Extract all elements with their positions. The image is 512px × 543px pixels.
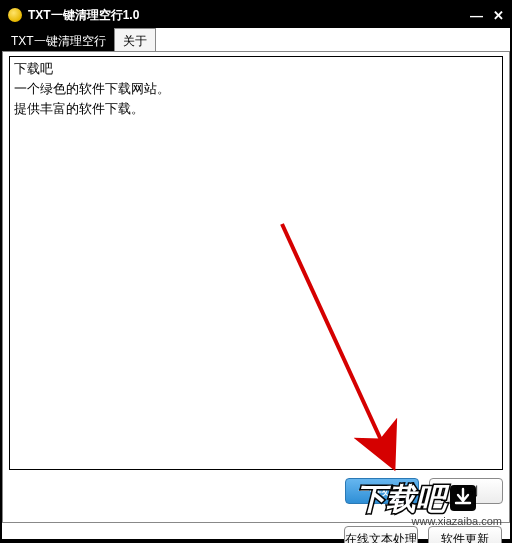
footer-row: 在线文本处理 软件更新	[2, 526, 510, 543]
online-process-button[interactable]: 在线文本处理	[344, 526, 418, 543]
action-row: 一键处理 复制	[9, 478, 503, 504]
app-window: TXT一键清理空行1.0 — ✕ TXT一键清理空行 关于	[0, 0, 512, 543]
minimize-icon[interactable]: —	[470, 9, 483, 22]
window-controls: — ✕	[470, 9, 504, 22]
tab-strip: TXT一键清理空行 关于	[2, 28, 510, 52]
tab-page-main: 一键处理 复制	[2, 51, 510, 523]
app-icon	[8, 8, 22, 22]
app-title: TXT一键清理空行1.0	[28, 7, 470, 24]
tab-main[interactable]: TXT一键清理空行	[2, 28, 115, 52]
client-area: TXT一键清理空行 关于 一键处理 复制	[2, 28, 510, 539]
process-button[interactable]: 一键处理	[345, 478, 419, 504]
update-button[interactable]: 软件更新	[428, 526, 502, 543]
text-editor[interactable]	[9, 56, 503, 470]
editor-wrap	[9, 56, 503, 470]
close-icon[interactable]: ✕	[493, 9, 504, 22]
tab-about[interactable]: 关于	[114, 28, 156, 52]
copy-button[interactable]: 复制	[429, 478, 503, 504]
title-bar[interactable]: TXT一键清理空行1.0 — ✕	[2, 2, 510, 28]
